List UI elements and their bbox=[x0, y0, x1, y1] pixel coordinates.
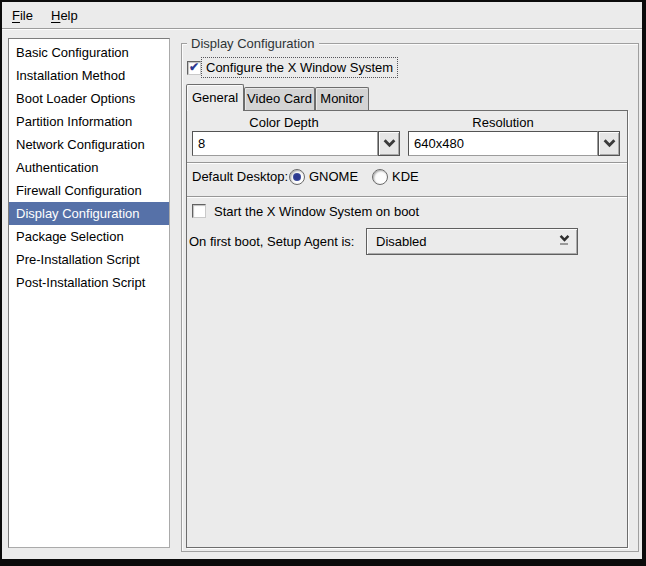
radio-kde[interactable] bbox=[372, 169, 388, 185]
radio-gnome-label[interactable]: GNOME bbox=[309, 169, 358, 184]
color-depth-dropdown-button[interactable] bbox=[378, 131, 400, 156]
tab-video-card[interactable]: Video Card bbox=[244, 87, 315, 110]
radio-dot-icon bbox=[294, 174, 300, 180]
configure-x-checkbox[interactable]: ✔ bbox=[187, 61, 201, 75]
sidebar-item-post-installation-script[interactable]: Post-Installation Script bbox=[9, 271, 169, 294]
tab-monitor[interactable]: Monitor bbox=[315, 87, 369, 110]
setup-agent-dropdown[interactable]: Disabled bbox=[366, 228, 578, 255]
sidebar-item-network-configuration[interactable]: Network Configuration bbox=[9, 133, 169, 156]
setup-agent-label: On first boot, Setup Agent is: bbox=[189, 234, 354, 249]
dropdown-indicator-icon bbox=[557, 235, 571, 245]
menu-help[interactable]: Help bbox=[47, 7, 82, 26]
sidebar-item-pre-installation-script[interactable]: Pre-Installation Script bbox=[9, 248, 169, 271]
menu-bar: File Help bbox=[2, 2, 642, 29]
frame-title: Display Configuration bbox=[187, 36, 319, 51]
sidebar-item-firewall-configuration[interactable]: Firewall Configuration bbox=[9, 179, 169, 202]
sidebar-item-installation-method[interactable]: Installation Method bbox=[9, 64, 169, 87]
default-desktop-label: Default Desktop: bbox=[192, 169, 288, 184]
menu-file-mnemonic: F bbox=[12, 8, 20, 23]
sidebar-item-authentication[interactable]: Authentication bbox=[9, 156, 169, 179]
section-list: Basic Configuration Installation Method … bbox=[8, 38, 170, 548]
radio-gnome[interactable] bbox=[289, 169, 305, 185]
sidebar-item-basic-configuration[interactable]: Basic Configuration bbox=[9, 41, 169, 64]
configure-x-label[interactable]: Configure the X Window System bbox=[201, 57, 398, 78]
menu-help-mnemonic: H bbox=[51, 8, 60, 23]
chevron-down-icon bbox=[383, 139, 396, 148]
resolution-dropdown-button[interactable] bbox=[598, 131, 620, 156]
menu-file[interactable]: File bbox=[8, 7, 37, 26]
checkmark-icon: ✔ bbox=[189, 62, 199, 72]
sidebar-item-package-selection[interactable]: Package Selection bbox=[9, 225, 169, 248]
kickstart-configurator-window: File Help Basic Configuration Installati… bbox=[0, 0, 646, 566]
menu-help-label: elp bbox=[60, 8, 77, 23]
start-x-on-boot-checkbox[interactable] bbox=[192, 204, 206, 218]
setup-agent-value: Disabled bbox=[376, 234, 427, 249]
color-depth-label: Color Depth bbox=[192, 115, 376, 130]
resolution-input[interactable]: 640x480 bbox=[408, 131, 598, 156]
tab-general[interactable]: General bbox=[186, 84, 244, 111]
separator bbox=[187, 162, 627, 164]
sidebar-item-partition-information[interactable]: Partition Information bbox=[9, 110, 169, 133]
radio-kde-label[interactable]: KDE bbox=[392, 169, 419, 184]
chevron-down-icon bbox=[603, 139, 616, 148]
sidebar-item-display-configuration[interactable]: Display Configuration bbox=[9, 202, 169, 225]
sidebar-item-boot-loader-options[interactable]: Boot Loader Options bbox=[9, 87, 169, 110]
menu-file-label: ile bbox=[20, 8, 33, 23]
separator bbox=[187, 196, 627, 198]
color-depth-input[interactable]: 8 bbox=[192, 131, 378, 156]
resolution-label: Resolution bbox=[408, 115, 598, 130]
start-x-on-boot-label[interactable]: Start the X Window System on boot bbox=[214, 204, 419, 219]
